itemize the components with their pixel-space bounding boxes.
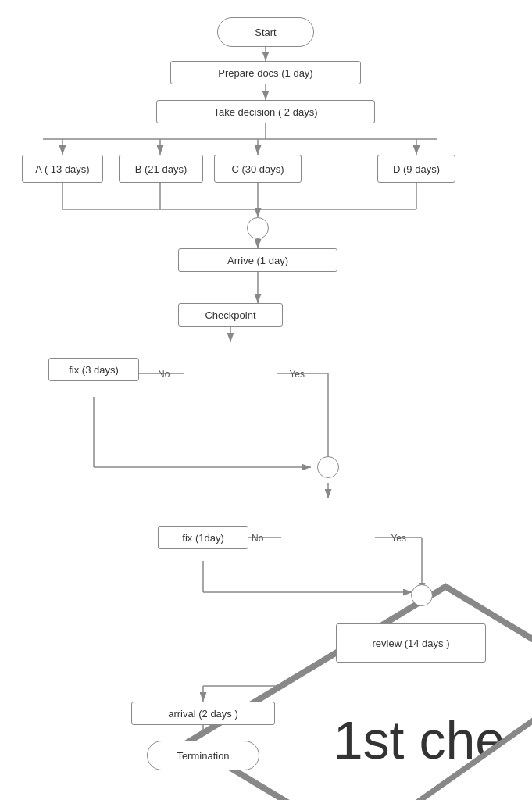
fix2-label: fix (1day) [182,532,223,544]
node-b: B (21 days) [119,155,203,183]
merge-circle-3 [411,584,433,606]
checkpoint-node: Checkpoint [178,303,283,327]
arrive-label: Arrive (1 day) [227,255,288,266]
arrive-node: Arrive (1 day) [178,248,337,272]
node-a: A ( 13 days) [22,155,103,183]
termination-label: Termination [177,750,229,762]
checkpoint-label: Checkpoint [205,309,255,321]
take-decision-node: Take decision ( 2 days) [156,100,375,123]
yes1-label: Yes [289,369,305,380]
node-d: D (9 days) [377,155,455,183]
review-label: review (14 days ) [373,638,450,649]
fix1-label: fix (3 days) [69,364,119,376]
check1-node: 1st check No Yes [180,342,281,405]
termination-node: Termination [147,741,259,770]
node-c-label: C (30 days) [231,163,284,175]
node-d-label: D (9 days) [393,163,440,175]
take-decision-label: Take decision ( 2 days) [214,106,318,118]
arrival2-label: arrival (2 days ) [168,708,238,720]
svg-text:1st check: 1st check [334,710,532,770]
yes2-label: Yes [391,533,406,544]
node-c: C (30 days) [214,155,302,183]
merge-circle-2 [317,456,339,478]
merge-circle-1 [247,217,269,239]
arrival2-node: arrival (2 days ) [131,702,275,725]
no2-label: No [252,533,263,544]
check2-node: check 2 No Yes [273,498,383,577]
svg-marker-37 [281,716,532,800]
prepare-docs-node: Prepare docs (1 day) [170,61,361,84]
start-node: Start [217,17,314,47]
fix1-node: fix (3 days) [48,358,139,381]
review-node: review (14 days ) [336,623,486,662]
node-b-label: B (21 days) [135,163,187,175]
fix2-node: fix (1day) [158,526,248,549]
prepare-docs-label: Prepare docs (1 day) [218,67,312,79]
no1-label: No [158,369,170,380]
node-a-label: A ( 13 days) [35,163,89,175]
start-label: Start [255,27,276,38]
